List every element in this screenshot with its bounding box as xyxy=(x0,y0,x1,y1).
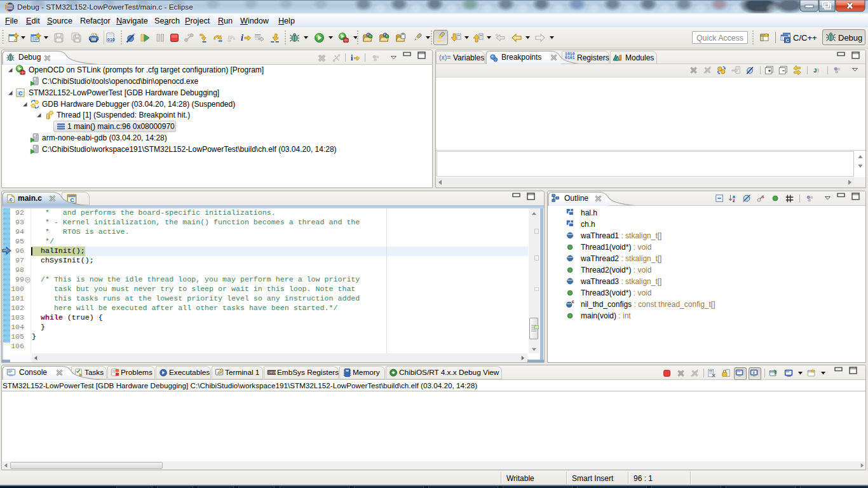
svg-text:.c: .c xyxy=(8,196,12,203)
svg-text:c: c xyxy=(572,299,574,304)
svg-text:C: C xyxy=(18,90,23,97)
svg-text:010: 010 xyxy=(107,37,115,42)
svg-text:C: C xyxy=(786,37,790,43)
svg-text:s: s xyxy=(762,194,764,199)
svg-text:1010: 1010 xyxy=(268,371,276,375)
svg-text:z: z xyxy=(733,198,735,203)
svg-text:i: i xyxy=(241,33,243,43)
svg-text:J: J xyxy=(813,67,817,74)
svg-text:i: i xyxy=(351,53,353,62)
svg-text:!: ! xyxy=(817,67,819,74)
